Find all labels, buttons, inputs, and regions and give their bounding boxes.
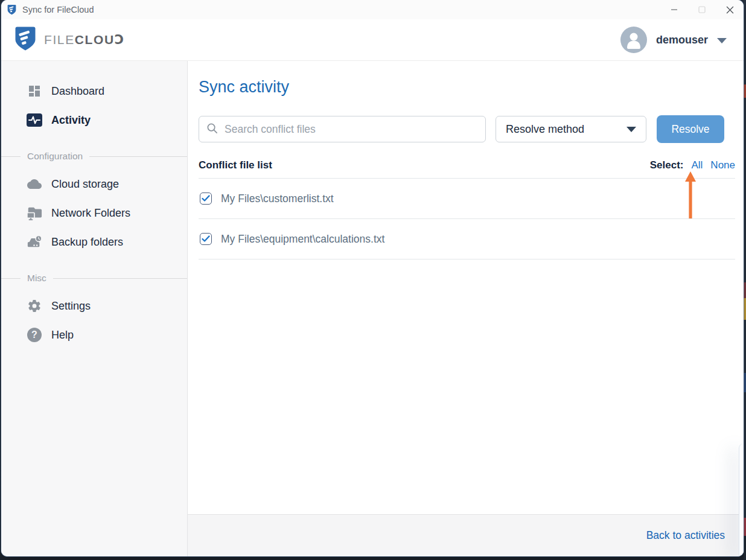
window-title: Sync for FileCloud: [22, 5, 660, 14]
sidebar-item-backup-folders[interactable]: Backup folders: [1, 228, 187, 256]
backup-drive-clock-icon: [27, 234, 42, 250]
main-content: Sync activity Resolve method Resolve: [188, 61, 744, 514]
sidebar-item-settings[interactable]: Settings: [1, 291, 187, 320]
app-header: FILECLOUƆ demouser: [1, 19, 744, 61]
sidebar: Dashboard Activity Configuration Clou: [1, 61, 188, 556]
help-icon: ?: [27, 327, 42, 343]
file-row: My Files\customerlist.txt: [199, 179, 735, 219]
search-box[interactable]: [199, 116, 486, 142]
sidebar-item-label: Backup folders: [51, 236, 123, 249]
cloud-icon: [27, 176, 42, 192]
select-all-link[interactable]: All: [691, 159, 703, 171]
sidebar-item-activity[interactable]: Activity: [1, 106, 187, 135]
sidebar-item-label: Activity: [51, 114, 91, 127]
titlebar: Sync for FileCloud: [1, 0, 744, 19]
search-icon: [206, 122, 218, 136]
sidebar-section-misc: Misc: [1, 273, 187, 284]
search-input[interactable]: [223, 122, 478, 136]
desktop-background-edge: [744, 0, 746, 560]
sidebar-item-label: Cloud storage: [51, 178, 119, 191]
resolve-method-label: Resolve method: [506, 123, 584, 136]
chevron-down-icon: [626, 127, 636, 132]
file-checkbox[interactable]: [200, 233, 212, 245]
flyout-panel-edge: [739, 444, 744, 556]
gear-icon: [27, 298, 42, 314]
minimize-button[interactable]: [660, 0, 688, 19]
maximize-button[interactable]: [688, 0, 716, 19]
conflict-file-list: My Files\customerlist.txt My Files\equip…: [199, 178, 735, 259]
filecloud-logo: FILECLOUƆ: [14, 25, 125, 54]
user-menu[interactable]: demouser: [620, 27, 727, 53]
app-window: Sync for FileCloud FILEC: [1, 0, 744, 556]
back-to-activities-link[interactable]: Back to activities: [646, 529, 725, 542]
select-label: Select:: [650, 159, 684, 171]
username-label: demouser: [656, 34, 708, 46]
sidebar-item-dashboard[interactable]: Dashboard: [1, 77, 187, 106]
filecloud-wordmark: FILECLOUƆ: [44, 33, 125, 47]
resolve-method-dropdown[interactable]: Resolve method: [496, 116, 646, 142]
app-body: Dashboard Activity Configuration Clou: [1, 61, 744, 556]
dashboard-icon: [27, 83, 42, 99]
sidebar-item-cloud-storage[interactable]: Cloud storage: [1, 170, 187, 199]
toolbar: Resolve method Resolve: [199, 115, 735, 143]
sidebar-item-label: Settings: [51, 300, 91, 313]
file-path-label: My Files\customerlist.txt: [221, 192, 334, 205]
close-button[interactable]: [716, 0, 744, 19]
sidebar-section-configuration: Configuration: [1, 151, 187, 162]
sidebar-item-label: Network Folders: [51, 207, 130, 220]
filecloud-logo-shield-icon: [14, 25, 36, 54]
avatar: [620, 27, 647, 53]
select-none-link[interactable]: None: [710, 159, 735, 171]
list-header: Conflict file list Select: All None: [199, 159, 735, 171]
conflict-list-title: Conflict file list: [199, 159, 272, 171]
filecloud-shield-icon: [7, 4, 16, 15]
file-path-label: My Files\equipment\calculations.txt: [221, 233, 384, 246]
sidebar-item-network-folders[interactable]: Network Folders: [1, 199, 187, 228]
network-folder-icon: [27, 205, 42, 221]
sidebar-item-label: Dashboard: [51, 85, 104, 98]
main-panel: Sync activity Resolve method Resolve: [188, 61, 744, 556]
file-row: My Files\equipment\calculations.txt: [199, 219, 735, 259]
main-footer: Back to activities: [188, 514, 744, 556]
sidebar-item-help[interactable]: ? Help: [1, 320, 187, 349]
chevron-down-icon: [717, 38, 727, 43]
sidebar-item-label: Help: [51, 329, 74, 342]
resolve-button[interactable]: Resolve: [657, 115, 724, 143]
page-title: Sync activity: [199, 78, 735, 97]
activity-icon: [27, 112, 42, 128]
file-checkbox[interactable]: [200, 192, 212, 205]
select-group: Select: All None: [650, 159, 735, 171]
